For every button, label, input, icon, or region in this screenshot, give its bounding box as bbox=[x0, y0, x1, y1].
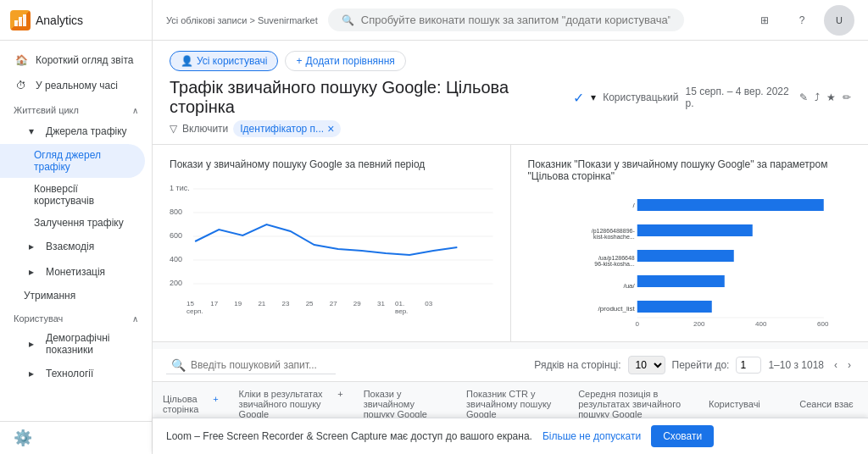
lifecycle-section[interactable]: Життєвий цикл ∧ bbox=[0, 98, 152, 119]
svg-text:23: 23 bbox=[282, 300, 290, 307]
report-dropdown-icon[interactable]: ▾ bbox=[591, 91, 596, 103]
sidebar-item-traffic-overview[interactable]: Огляд джерел трафіку bbox=[0, 144, 145, 178]
rows-per-page-label: Рядків на сторінці: bbox=[534, 359, 620, 371]
monetization-label: Монетизація bbox=[46, 266, 105, 278]
filter-chip[interactable]: Ідентифікатор п... × bbox=[233, 120, 341, 137]
edit-icon-btn[interactable]: ✎ bbox=[799, 91, 808, 103]
sidebar-item-engagement[interactable]: ▸ Взаємодія bbox=[0, 234, 152, 259]
svg-text:800: 800 bbox=[170, 208, 182, 216]
grid-icon-btn[interactable]: ⊞ bbox=[749, 5, 780, 36]
user-section[interactable]: Користувач ∧ bbox=[0, 307, 152, 327]
svg-text:27: 27 bbox=[330, 300, 337, 307]
tab-all-users-label: Усі користувачі bbox=[197, 55, 267, 67]
svg-rect-37 bbox=[637, 301, 711, 313]
svg-text:21: 21 bbox=[258, 300, 265, 307]
sidebar-item-demographics[interactable]: ▸ Демографічні показники bbox=[0, 327, 152, 361]
filter-chip-value: Ідентифікатор п... bbox=[240, 123, 324, 135]
report-tabs: 👤 Усі користувачі + Додати порівняння bbox=[170, 51, 851, 71]
svg-text:19: 19 bbox=[234, 300, 242, 307]
svg-text:200: 200 bbox=[170, 279, 182, 287]
traffic-expand-icon: ▾ bbox=[24, 124, 39, 139]
banner-text: Loom – Free Screen Recorder & Screen Cap… bbox=[166, 430, 532, 442]
pagination-nav: ‹ › bbox=[831, 357, 854, 373]
banner-dismiss-btn[interactable]: Сховати bbox=[651, 425, 714, 447]
svg-text:600: 600 bbox=[817, 320, 829, 328]
sidebar-item-retention[interactable]: Утримання bbox=[0, 285, 152, 307]
banner-link[interactable]: Більше не допускати bbox=[542, 430, 641, 442]
svg-rect-34 bbox=[637, 224, 752, 236]
bar-chart-title: Показник "Покази у звичайному пошуку Goo… bbox=[528, 158, 852, 182]
svg-text:0: 0 bbox=[635, 320, 639, 328]
demographics-expand-icon: ▸ bbox=[24, 336, 39, 352]
topbar: Усі облікові записи > Suvenirmarket 🔍 ⊞ … bbox=[153, 0, 868, 41]
filter-label: Включити bbox=[182, 123, 228, 135]
bar-chart-container: / /p12866488896- kist-koshache... /ua/p1… bbox=[528, 192, 852, 328]
tab-add-comparison[interactable]: + Додати порівняння bbox=[285, 51, 405, 71]
lifecycle-chevron: ∧ bbox=[132, 106, 138, 115]
lifecycle-label: Життєвий цикл bbox=[14, 105, 79, 115]
content-area: 👤 Усі користувачі + Додати порівняння Тр… bbox=[153, 41, 868, 454]
sidebar-item-realtime-label: У реальному часі bbox=[36, 80, 118, 91]
home-icon: 🏠 bbox=[14, 53, 29, 68]
go-to-label: Перейти до: bbox=[672, 359, 730, 371]
col-page-add-icon[interactable]: + bbox=[213, 394, 218, 404]
svg-text:400: 400 bbox=[170, 255, 182, 263]
charts-row: Покази у звичайному пошуку Google за пев… bbox=[153, 145, 868, 342]
svg-text:200: 200 bbox=[693, 320, 705, 328]
help-icon-btn[interactable]: ? bbox=[787, 5, 817, 36]
sidebar-item-traffic-sources[interactable]: ▾ Джерела трафіку bbox=[0, 119, 152, 144]
col-clicks-info-icon[interactable]: + bbox=[337, 389, 342, 399]
report-date: 15 серп. – 4 вер. 2022 р. bbox=[686, 86, 793, 109]
search-input[interactable] bbox=[361, 14, 670, 26]
col-impressions-label: Покази у звичайному пошуку Google bbox=[364, 389, 427, 419]
sidebar-item-home[interactable]: 🏠 Короткий огляд звіта bbox=[0, 47, 152, 73]
svg-rect-2 bbox=[23, 14, 26, 26]
monetization-expand-icon: ▸ bbox=[24, 264, 39, 280]
line-chart-title: Покази у звичайному пошуку Google за пев… bbox=[170, 158, 493, 170]
sidebar-item-traffic-acquisition[interactable]: Залучення трафіку bbox=[0, 212, 152, 234]
svg-text:серп.: серп. bbox=[186, 307, 203, 315]
report-title-row: Трафік звичайного пошуку Google: Цільова… bbox=[170, 78, 851, 117]
table-pagination: Рядків на сторінці: 10 25 50 Перейти до:… bbox=[534, 356, 854, 374]
settings-icon[interactable]: ⚙️ bbox=[14, 429, 32, 446]
avatar-icon-btn[interactable]: U bbox=[824, 5, 854, 36]
table-toolbar: 🔍 Рядків на сторінці: 10 25 50 Перейти д… bbox=[153, 349, 868, 382]
report-header: 👤 Усі користувачі + Додати порівняння Тр… bbox=[153, 41, 868, 145]
svg-rect-0 bbox=[14, 20, 18, 26]
col-users-label: Користувачі bbox=[709, 399, 760, 409]
tab-all-users[interactable]: 👤 Усі користувачі bbox=[170, 51, 278, 71]
pagination-prev-btn[interactable]: ‹ bbox=[831, 357, 841, 373]
bar-chart-panel: Показник "Покази у звичайному пошуку Goo… bbox=[511, 145, 869, 341]
sidebar-item-monetization[interactable]: ▸ Монетизація bbox=[0, 259, 152, 285]
table-search[interactable]: 🔍 bbox=[166, 357, 336, 374]
search-bar[interactable]: 🔍 bbox=[328, 8, 684, 31]
report-filter: ▽ Включити Ідентифікатор п... × bbox=[170, 120, 851, 137]
sidebar-item-tech[interactable]: ▸ Технології bbox=[0, 361, 152, 386]
pagination-next-btn[interactable]: › bbox=[844, 357, 854, 373]
bookmark-icon-btn[interactable]: ★ bbox=[826, 91, 836, 103]
svg-text:96-kist-kosha...: 96-kist-kosha... bbox=[594, 261, 635, 267]
col-page-label: Цільова сторінка bbox=[163, 394, 209, 414]
go-to-input[interactable] bbox=[736, 357, 761, 374]
svg-rect-36 bbox=[637, 275, 724, 287]
table-search-input[interactable] bbox=[191, 359, 331, 371]
svg-text:1 тис.: 1 тис. bbox=[170, 184, 190, 192]
report-title: Трафік звичайного пошуку Google: Цільова… bbox=[170, 78, 566, 117]
add-comparison-icon: + bbox=[296, 55, 302, 67]
sidebar-item-realtime[interactable]: ⏱ У реальному часі bbox=[0, 73, 152, 98]
svg-text:/ua/: /ua/ bbox=[623, 282, 635, 290]
loom-banner: Loom – Free Screen Recorder & Screen Cap… bbox=[153, 418, 868, 454]
more-icon-btn[interactable]: ✏ bbox=[843, 91, 851, 103]
traffic-overview-label: Огляд джерел трафіку bbox=[34, 149, 131, 173]
svg-text:01.: 01. bbox=[395, 300, 404, 307]
engagement-expand-icon: ▸ bbox=[24, 239, 39, 254]
filter-chip-remove[interactable]: × bbox=[327, 122, 334, 136]
report-date-label: Користувацький bbox=[603, 91, 678, 103]
user-section-chevron: ∧ bbox=[132, 314, 138, 324]
svg-rect-1 bbox=[19, 17, 22, 26]
sidebar-item-user-acquisition[interactable]: Конверсії користувачів bbox=[0, 178, 152, 212]
svg-text:29: 29 bbox=[353, 300, 361, 307]
share-icon-btn[interactable]: ⤴ bbox=[815, 91, 820, 103]
rows-per-page-select[interactable]: 10 25 50 bbox=[628, 356, 665, 374]
sidebar: Analytics 🏠 Короткий огляд звіта ⏱ У реа… bbox=[0, 0, 153, 454]
